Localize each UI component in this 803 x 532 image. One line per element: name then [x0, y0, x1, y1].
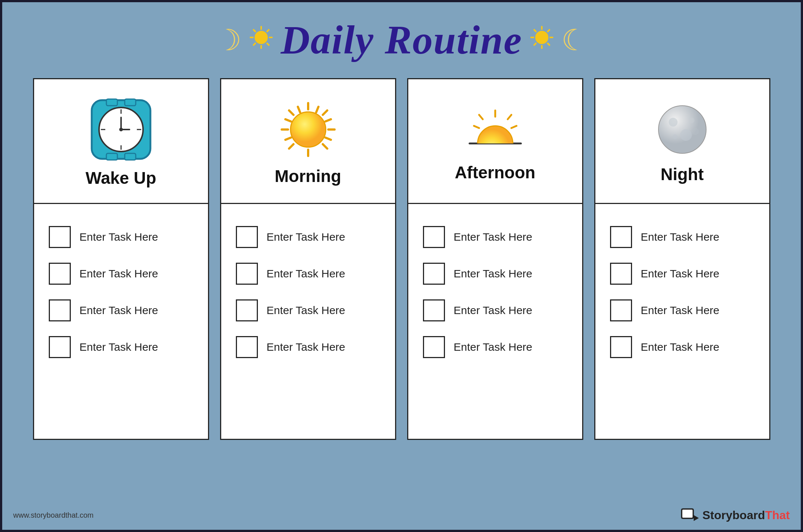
svg-line-37	[323, 110, 327, 115]
task-checkbox[interactable]	[236, 336, 258, 358]
clock-icon	[90, 98, 152, 161]
task-checkbox[interactable]	[423, 299, 445, 321]
table-row: Enter Task Here	[423, 226, 567, 248]
svg-line-40	[325, 119, 331, 121]
task-label: Enter Task Here	[454, 231, 533, 243]
svg-line-39	[285, 119, 291, 121]
svg-rect-61	[682, 510, 693, 518]
column-morning: Morning Enter Task Here Enter Task Here …	[220, 78, 396, 440]
night-tasks: Enter Task Here Enter Task Here Enter Ta…	[595, 204, 769, 439]
morning-title: Morning	[275, 166, 341, 186]
table-row: Enter Task Here	[423, 263, 567, 285]
afternoon-tasks: Enter Task Here Enter Task Here Enter Ta…	[408, 204, 582, 439]
column-header-night: Night	[595, 79, 769, 204]
svg-rect-19	[106, 99, 117, 106]
footer-url: www.storyboardthat.com	[13, 511, 94, 520]
svg-point-57	[689, 117, 694, 123]
task-label: Enter Task Here	[641, 267, 720, 280]
afternoon-title: Afternoon	[455, 163, 536, 182]
table-row: Enter Task Here	[236, 336, 380, 358]
wake-up-title: Wake Up	[85, 168, 156, 188]
table-row: Enter Task Here	[49, 336, 193, 358]
svg-point-53	[478, 126, 513, 155]
page-title: Daily Routine	[281, 17, 522, 63]
morning-sun-icon	[279, 100, 337, 159]
svg-line-50	[511, 126, 517, 128]
task-checkbox[interactable]	[423, 336, 445, 358]
svg-line-35	[289, 110, 293, 115]
svg-point-55	[669, 118, 678, 127]
column-header-wake-up: Wake Up	[34, 79, 208, 204]
task-checkbox[interactable]	[610, 336, 632, 358]
svg-line-42	[325, 138, 331, 140]
task-checkbox[interactable]	[423, 263, 445, 285]
table-row: Enter Task Here	[423, 336, 567, 358]
svg-line-52	[508, 115, 511, 119]
svg-point-58	[672, 134, 678, 139]
afternoon-sun-icon	[466, 104, 525, 155]
svg-line-51	[479, 115, 483, 119]
svg-line-15	[547, 43, 550, 45]
svg-point-56	[680, 129, 692, 141]
columns-container: Wake Up Enter Task Here Enter Task Here …	[2, 78, 801, 440]
task-label: Enter Task Here	[267, 231, 346, 243]
task-checkbox[interactable]	[49, 226, 71, 248]
task-label: Enter Task Here	[454, 304, 533, 317]
task-label: Enter Task Here	[80, 267, 158, 280]
sun-icon-left-small	[248, 25, 274, 56]
svg-line-36	[323, 144, 327, 149]
svg-line-6	[267, 43, 269, 45]
svg-line-49	[474, 126, 479, 128]
task-label: Enter Task Here	[267, 267, 346, 280]
table-row: Enter Task Here	[49, 226, 193, 248]
task-checkbox[interactable]	[236, 226, 258, 248]
task-label: Enter Task Here	[641, 231, 720, 243]
svg-point-0	[255, 31, 268, 44]
svg-line-41	[285, 138, 291, 140]
moon-icon-right: ☾	[561, 23, 588, 57]
table-row: Enter Task Here	[236, 299, 380, 321]
task-label: Enter Task Here	[454, 341, 533, 353]
task-checkbox[interactable]	[236, 299, 258, 321]
task-checkbox[interactable]	[610, 263, 632, 285]
task-label: Enter Task Here	[454, 267, 533, 280]
svg-line-44	[316, 107, 318, 112]
svg-line-43	[298, 107, 300, 112]
brand-that: That	[765, 509, 790, 522]
svg-point-9	[535, 31, 548, 44]
svg-point-30	[119, 128, 123, 131]
table-row: Enter Task Here	[610, 263, 755, 285]
wake-up-tasks: Enter Task Here Enter Task Here Enter Ta…	[34, 204, 208, 439]
svg-line-38	[289, 144, 293, 149]
moon-icon-left: ☽	[215, 23, 242, 57]
svg-point-45	[291, 112, 326, 147]
table-row: Enter Task Here	[610, 336, 755, 358]
table-row: Enter Task Here	[236, 263, 380, 285]
task-checkbox[interactable]	[49, 336, 71, 358]
task-label: Enter Task Here	[80, 341, 158, 353]
task-checkbox[interactable]	[236, 263, 258, 285]
task-checkbox[interactable]	[49, 263, 71, 285]
svg-line-16	[547, 29, 550, 32]
svg-rect-21	[106, 153, 117, 160]
task-checkbox[interactable]	[423, 226, 445, 248]
footer: www.storyboardthat.com StoryboardThat	[13, 508, 790, 522]
task-label: Enter Task Here	[641, 304, 720, 317]
svg-point-54	[658, 106, 706, 153]
task-checkbox[interactable]	[49, 299, 71, 321]
table-row: Enter Task Here	[49, 263, 193, 285]
svg-point-59	[691, 128, 699, 135]
svg-rect-22	[125, 153, 136, 160]
task-checkbox[interactable]	[610, 299, 632, 321]
svg-marker-62	[694, 515, 699, 521]
storyboard-icon	[680, 508, 699, 522]
table-row: Enter Task Here	[236, 226, 380, 248]
svg-line-17	[534, 43, 536, 45]
column-header-morning: Morning	[221, 79, 395, 204]
title-area: ☽ Daily Routine	[2, 2, 801, 74]
brand-logo: StoryboardThat	[680, 508, 790, 522]
task-checkbox[interactable]	[610, 226, 632, 248]
brand-name: StoryboardThat	[702, 509, 790, 522]
task-label: Enter Task Here	[641, 341, 720, 353]
table-row: Enter Task Here	[610, 226, 755, 248]
